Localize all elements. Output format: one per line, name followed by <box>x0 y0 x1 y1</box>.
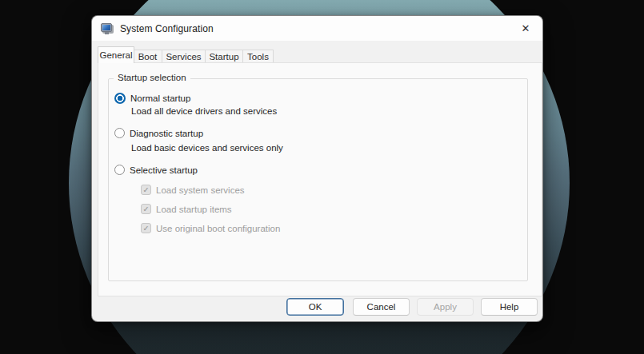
radio-diagnostic-startup[interactable]: Diagnostic startup <box>114 128 203 138</box>
tab-services[interactable]: Services <box>162 50 206 63</box>
radio-normal-startup[interactable]: Normal startup <box>114 93 190 104</box>
checkbox-label: Load startup items <box>156 205 232 214</box>
tab-tools[interactable]: Tools <box>243 50 274 63</box>
radio-label: Diagnostic startup <box>130 129 203 138</box>
radio-button-icon[interactable] <box>114 128 125 138</box>
window-title: System Configuration <box>120 23 214 34</box>
msconfig-app-icon <box>101 23 114 34</box>
group-title: Startup selection <box>114 73 190 82</box>
radio-button-icon[interactable] <box>114 165 125 175</box>
checkbox-label: Load system services <box>156 185 245 195</box>
checkbox-use-original-boot-configuration: ✓ Use original boot configuration <box>141 223 280 233</box>
checkbox-checked-icon: ✓ <box>141 223 151 233</box>
radio-description: Load basic devices and services only <box>131 143 283 153</box>
general-tab-page: Startup selection Normal startup Load al… <box>98 62 542 296</box>
startup-selection-group: Startup selection Normal startup Load al… <box>108 78 528 281</box>
tab-general[interactable]: General <box>98 46 134 63</box>
cancel-button[interactable]: Cancel <box>353 298 410 316</box>
ok-button[interactable]: OK <box>286 298 344 316</box>
checkbox-load-system-services: ✓ Load system services <box>141 185 245 195</box>
checkbox-checked-icon: ✓ <box>141 204 151 214</box>
system-configuration-dialog: System Configuration ✕ General Boot Serv… <box>91 15 543 322</box>
radio-description: Load all device drivers and services <box>131 106 277 116</box>
tab-strip: General Boot Services Startup Tools <box>98 46 274 63</box>
radio-label: Selective startup <box>130 165 198 175</box>
close-icon[interactable]: ✕ <box>514 18 537 38</box>
radio-button-icon[interactable] <box>114 93 126 104</box>
title-bar[interactable]: System Configuration ✕ <box>92 16 542 41</box>
checkbox-checked-icon: ✓ <box>141 185 151 195</box>
radio-selective-startup[interactable]: Selective startup <box>114 165 198 175</box>
apply-button: Apply <box>417 298 474 316</box>
help-button[interactable]: Help <box>481 298 538 316</box>
tab-startup[interactable]: Startup <box>206 50 243 63</box>
tab-boot[interactable]: Boot <box>134 50 162 63</box>
checkbox-label: Use original boot configuration <box>156 224 280 233</box>
checkbox-load-startup-items: ✓ Load startup items <box>141 204 232 214</box>
radio-label: Normal startup <box>130 93 190 103</box>
